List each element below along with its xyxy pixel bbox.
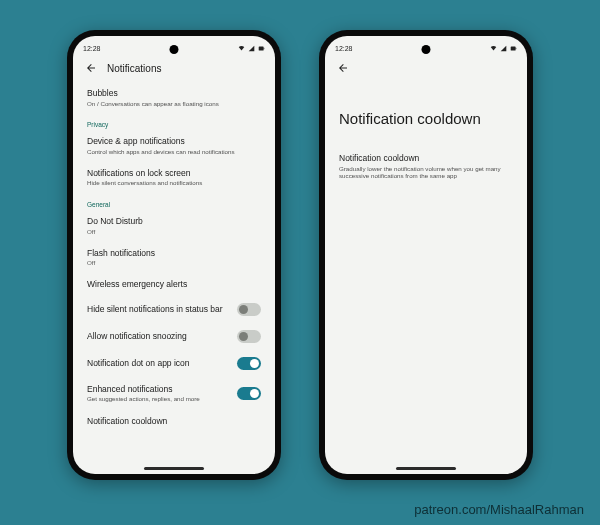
setting-title: Enhanced notifications [87, 384, 200, 395]
setting-title: Allow notification snoozing [87, 331, 237, 342]
phone-frame-left: 12:28 Notifications [67, 30, 281, 480]
page-title: Notifications [107, 63, 161, 74]
setting-subtitle: Hide silent conversations and notificati… [87, 179, 261, 187]
gesture-bar [144, 467, 204, 470]
setting-title: Notifications on lock screen [87, 168, 261, 179]
punch-hole-camera [422, 45, 431, 54]
setting-title: Device & app notifications [87, 136, 261, 147]
page-header [325, 56, 527, 82]
section-label-general: General [87, 193, 261, 210]
setting-title: Flash notifications [87, 248, 261, 259]
setting-subtitle: Get suggested actions, replies, and more [87, 395, 200, 403]
setting-subtitle: On / Conversations can appear as floatin… [87, 100, 261, 108]
setting-subtitle: Off [87, 259, 261, 267]
status-icons-right [238, 45, 265, 52]
toggle-hide-silent[interactable] [237, 303, 261, 316]
svg-rect-3 [516, 47, 517, 48]
setting-title: Notification cooldown [87, 416, 261, 427]
page-header: Notifications [73, 56, 275, 82]
battery-icon [510, 45, 517, 52]
page-big-title: Notification cooldown [325, 82, 527, 147]
screen-left: 12:28 Notifications [73, 36, 275, 474]
setting-enhanced[interactable]: Enhanced notifications Get suggested act… [87, 377, 261, 410]
credit-text: patreon.com/MishaalRahman [414, 502, 584, 517]
back-icon[interactable] [337, 62, 349, 74]
setting-title: Notification dot on app icon [87, 358, 237, 369]
setting-emergency-alerts[interactable]: Wireless emergency alerts [87, 273, 261, 296]
setting-subtitle: Control which apps and devices can read … [87, 148, 261, 156]
svg-rect-2 [511, 46, 516, 50]
svg-rect-1 [264, 47, 265, 48]
status-time: 12:28 [335, 45, 353, 52]
setting-cooldown-detail[interactable]: Notification cooldown Gradually lower th… [325, 147, 527, 186]
setting-device-app-notifications[interactable]: Device & app notifications Control which… [87, 130, 261, 161]
signal-icon [500, 45, 507, 52]
status-icons-right [490, 45, 517, 52]
status-time: 12:28 [83, 45, 101, 52]
gesture-bar [396, 467, 456, 470]
phone-frame-right: 12:28 Notification [319, 30, 533, 480]
setting-dnd[interactable]: Do Not Disturb Off [87, 210, 261, 241]
setting-title: Notification cooldown [339, 153, 513, 164]
back-icon[interactable] [85, 62, 97, 74]
punch-hole-camera [170, 45, 179, 54]
setting-snoozing[interactable]: Allow notification snoozing [87, 323, 261, 350]
battery-icon [258, 45, 265, 52]
signal-icon [248, 45, 255, 52]
settings-list[interactable]: Bubbles On / Conversations can appear as… [73, 82, 275, 474]
setting-subtitle: Off [87, 228, 261, 236]
wifi-icon [238, 45, 245, 52]
setting-bubbles[interactable]: Bubbles On / Conversations can appear as… [87, 82, 261, 113]
setting-flash[interactable]: Flash notifications Off [87, 242, 261, 273]
toggle-dot[interactable] [237, 357, 261, 370]
setting-dot-on-icon[interactable]: Notification dot on app icon [87, 350, 261, 377]
screen-right: 12:28 Notification [325, 36, 527, 474]
setting-hide-silent[interactable]: Hide silent notifications in status bar [87, 296, 261, 323]
setting-subtitle: Gradually lower the notification volume … [339, 165, 513, 181]
section-label-privacy: Privacy [87, 113, 261, 130]
wifi-icon [490, 45, 497, 52]
setting-title: Hide silent notifications in status bar [87, 304, 237, 315]
setting-title: Bubbles [87, 88, 261, 99]
setting-notification-cooldown[interactable]: Notification cooldown [87, 410, 261, 433]
setting-lock-screen[interactable]: Notifications on lock screen Hide silent… [87, 162, 261, 193]
toggle-snoozing[interactable] [237, 330, 261, 343]
svg-rect-0 [259, 46, 264, 50]
setting-title: Do Not Disturb [87, 216, 261, 227]
setting-title: Wireless emergency alerts [87, 279, 261, 290]
toggle-enhanced[interactable] [237, 387, 261, 400]
phones-container: 12:28 Notifications [0, 0, 600, 480]
